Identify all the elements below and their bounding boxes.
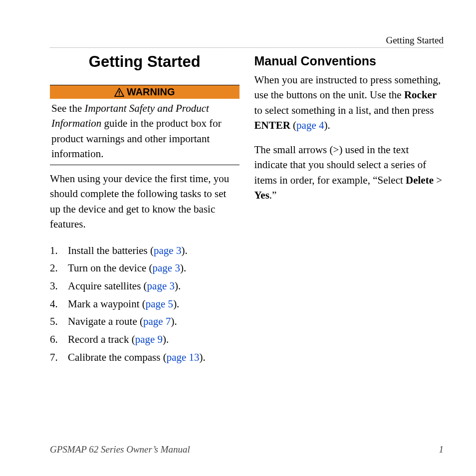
page-link[interactable]: page 5 xyxy=(146,298,173,310)
p2-bold2: Yes xyxy=(254,189,269,201)
step-number: 5. xyxy=(50,313,65,331)
step-text: Turn on the device ( xyxy=(68,262,153,274)
page-link[interactable]: page 3 xyxy=(147,280,175,292)
svg-rect-0 xyxy=(119,91,120,93)
header-breadcrumb: Getting Started xyxy=(50,35,444,48)
list-item: 3.Acquire satellites (page 3). xyxy=(63,277,239,295)
step-number: 6. xyxy=(50,331,65,349)
p1-seg3: ( xyxy=(290,119,296,131)
step-after: ). xyxy=(175,280,181,292)
svg-rect-1 xyxy=(119,94,120,95)
p2-seg2: > xyxy=(434,174,442,186)
step-after: ). xyxy=(200,351,206,363)
p2-seg1: The small arrows (>) used in the text in… xyxy=(254,144,427,186)
step-text: Navigate a route ( xyxy=(68,315,143,327)
left-column: Getting Started WARNING See the Importan… xyxy=(50,53,239,366)
right-column: Manual Conventions When you are instruct… xyxy=(254,53,444,366)
step-text: Install the batteries ( xyxy=(68,244,154,256)
warning-pre: See the xyxy=(51,102,84,114)
p1-bold2: ENTER xyxy=(254,119,290,131)
list-item: 1.Install the batteries (page 3). xyxy=(63,242,239,260)
step-number: 7. xyxy=(50,349,65,367)
list-item: 4.Mark a waypoint (page 5). xyxy=(63,295,239,313)
conventions-para2: The small arrows (>) used in the text in… xyxy=(254,142,444,203)
step-number: 2. xyxy=(50,259,65,277)
step-text: Acquire satellites ( xyxy=(68,280,147,292)
warning-box: WARNING See the Important Safety and Pro… xyxy=(50,85,239,165)
step-text: Mark a waypoint ( xyxy=(68,298,146,310)
page-link[interactable]: page 9 xyxy=(135,333,163,345)
p1-seg2: to select something in a list, and then … xyxy=(254,104,434,116)
step-number: 4. xyxy=(50,295,65,313)
step-after: ). xyxy=(181,244,187,256)
p1-seg4: ). xyxy=(324,119,330,131)
page-link[interactable]: page 3 xyxy=(153,262,180,274)
step-text: Record a track ( xyxy=(68,333,135,345)
section-subtitle: Manual Conventions xyxy=(254,54,444,68)
page-link[interactable]: page 3 xyxy=(154,244,181,256)
warning-body: See the Important Safety and Product Inf… xyxy=(50,99,239,165)
intro-paragraph: When using your device the first time, y… xyxy=(50,171,239,232)
footer-page-number: 1 xyxy=(439,444,444,455)
warning-triangle-icon xyxy=(114,88,124,97)
page-link[interactable]: page 13 xyxy=(167,351,200,363)
list-item: 6.Record a track (page 9). xyxy=(63,331,239,349)
conventions-para1: When you are instructed to press somethi… xyxy=(254,72,444,133)
warning-header: WARNING xyxy=(50,85,239,99)
p2-bold1: Delete xyxy=(406,174,434,186)
list-item: 2.Turn on the device (page 3). xyxy=(63,259,239,277)
step-after: ). xyxy=(180,262,186,274)
step-after: ). xyxy=(171,315,177,327)
warning-label: WARNING xyxy=(127,86,175,98)
list-item: 5.Navigate a route (page 7). xyxy=(63,313,239,331)
footer-left: GPSMAP 62 Series Owner’s Manual xyxy=(50,444,190,455)
step-after: ). xyxy=(163,333,169,345)
page-link[interactable]: page 7 xyxy=(143,315,171,327)
step-after: ). xyxy=(173,298,179,310)
p2-seg3: .” xyxy=(269,189,277,201)
step-number: 3. xyxy=(50,277,65,295)
step-text: Calibrate the compass ( xyxy=(68,351,167,363)
page-link[interactable]: page 4 xyxy=(296,119,324,131)
step-number: 1. xyxy=(50,242,65,260)
list-item: 7.Calibrate the compass (page 13). xyxy=(63,349,239,367)
steps-list: 1.Install the batteries (page 3). 2.Turn… xyxy=(50,242,239,367)
p1-bold1: Rocker xyxy=(404,89,437,101)
page-footer: GPSMAP 62 Series Owner’s Manual 1 xyxy=(50,444,444,455)
page-title: Getting Started xyxy=(50,53,239,71)
